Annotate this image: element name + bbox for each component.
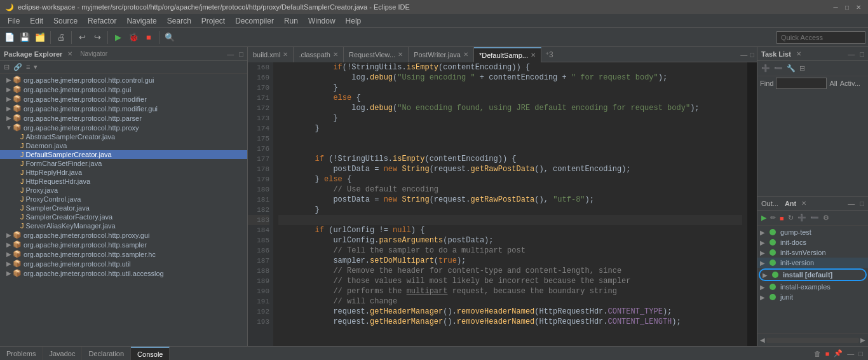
task-list-minimize-icon[interactable]: — [848,50,855,58]
console-pin-icon[interactable]: 📌 [832,349,844,358]
tree-item-defaultsampler[interactable]: J DefaultSamplerCreator.java [0,150,247,159]
tab-classpath[interactable]: .classpath ✕ [294,47,344,62]
menu-search[interactable]: Search [162,15,196,27]
collapse-all-task-icon[interactable]: ⊟ [798,64,806,73]
task-list-close-icon[interactable]: ✕ [796,50,801,57]
tab-defaultsamp[interactable]: *DefaultSamp... ✕ [474,47,541,62]
tree-item-proxy-pkg[interactable]: ▼ 📦 org.apache.jmeter.protocol.http.prox… [0,123,247,132]
tab-postwriter[interactable]: PostWriter.java ✕ [409,47,474,62]
tree-item-sampler-hc[interactable]: ▶ 📦 org.apache.jmeter.protocol.http.samp… [0,249,247,259]
tab-console[interactable]: Console [131,347,170,361]
navigator-tab[interactable]: Navigator [80,50,107,57]
ant-refresh-icon[interactable]: ↻ [787,213,795,223]
add-task-icon[interactable]: ➕ [760,64,771,73]
tree-item-proxy-gui[interactable]: ▶ 📦 org.apache.jmeter.protocol.http.prox… [0,230,247,240]
ant-remove-icon[interactable]: ➖ [809,213,820,223]
close-tab-icon[interactable]: ✕ [283,51,288,58]
new-button[interactable]: 📄 [3,31,17,45]
maximize-button[interactable]: □ [843,3,851,11]
tree-item-proxycontrol[interactable]: J ProxyControl.java [0,195,247,204]
view-menu-icon[interactable]: ▾ [32,62,39,72]
tab-requestview[interactable]: RequestView... ✕ [344,47,409,62]
redo-button[interactable]: ↪ [90,31,104,45]
menu-run[interactable]: Run [279,15,303,27]
code-content[interactable]: if(!StringUtils.isEmpty(contentEncoding)… [273,62,747,346]
ant-item-init-version[interactable]: ▶ init-version [757,258,868,268]
tree-item-util[interactable]: ▶ 📦 org.apache.jmeter.protocol.http.util [0,259,247,268]
menu-file[interactable]: File [3,15,25,27]
menu-decompiler[interactable]: Decompiler [230,15,279,27]
close-tab-icon[interactable]: ✕ [398,51,403,58]
tab-problems[interactable]: Problems [0,347,43,361]
tree-item-serveralias[interactable]: J ServerAliasKeyManager.java [0,221,247,230]
ant-item-gump-test[interactable]: ▶ gump-test [757,227,868,237]
console-minimize-icon[interactable]: — [846,349,855,358]
tree-item-gui[interactable]: ▶ 📦 org.apache.jmeter.protocol.http.gui [0,85,247,94]
tree-item-parser[interactable]: ▶ 📦 org.apache.jmeter.protocol.http.pars… [0,113,247,123]
ant-edit-icon[interactable]: ✏ [769,213,777,223]
console-maximize-icon[interactable]: □ [857,349,864,358]
outline-tab[interactable]: Out... [761,200,778,207]
tree-item-httprequesthdr[interactable]: J HttpRequestHdr.java [0,177,247,186]
console-stop-icon[interactable]: ■ [824,349,831,358]
menu-project[interactable]: Project [196,15,230,27]
console-clear-icon[interactable]: 🗑 [813,349,822,358]
ant-minimize-icon[interactable]: — [848,200,855,207]
ant-close-icon[interactable]: ✕ [801,200,806,207]
ant-scrollbar[interactable] [766,338,859,343]
ant-item-init-docs[interactable]: ▶ init-docs [757,237,868,247]
ant-config-icon[interactable]: ⚙ [822,213,831,223]
ant-maximize-icon[interactable]: □ [860,200,864,207]
tree-item-samplercreator-factory[interactable]: J SamplerCreatorFactory.java [0,212,247,221]
menu-refactor[interactable]: Refactor [83,15,121,27]
menu-help[interactable]: Help [341,15,367,27]
tree-item-modifier[interactable]: ▶ 📦 org.apache.jmeter.protocol.http.modi… [0,94,247,104]
menu-source[interactable]: Source [48,15,83,27]
ant-scroll-right[interactable]: ▶ [860,336,865,343]
tree-item-httpreplyhdr[interactable]: J HttpReplyHdr.java [0,168,247,177]
minimize-panel-icon[interactable]: — [227,50,234,58]
tree-item-sampler[interactable]: ▶ 📦 org.apache.jmeter.protocol.http.samp… [0,240,247,249]
search-toolbar-button[interactable]: 🔍 [163,31,177,45]
editor-maximize-icon[interactable]: □ [750,51,757,59]
collapse-all-icon[interactable]: ⊟ [3,62,11,72]
package-explorer-close-icon[interactable]: ✕ [67,50,72,57]
maximize-panel-icon[interactable]: □ [239,50,243,58]
print-button[interactable]: 🖨 [54,31,68,45]
tree-item-control-gui[interactable]: ▶ 📦 org.apache.jmeter.protocol.http.cont… [0,75,247,85]
close-tab-icon[interactable]: ✕ [463,51,468,58]
ant-add-icon[interactable]: ➕ [796,213,808,223]
ant-item-init-svnversion[interactable]: ▶ init-svnVersion [757,247,868,258]
ant-item-install-default[interactable]: ▶ install [default] [759,268,867,281]
filter-icon[interactable]: 🔧 [785,64,797,73]
menu-edit[interactable]: Edit [25,15,48,27]
tree-item-daemon[interactable]: J Daemon.java [0,141,247,150]
tree-item-samplercreator[interactable]: J SamplerCreator.java [0,204,247,212]
ant-stop-icon[interactable]: ■ [778,214,785,223]
tree-item-util-accesslog[interactable]: ▶ 📦 org.apache.jmeter.protocol.http.util… [0,268,247,278]
quick-access-input[interactable] [776,31,865,44]
tree-item-modifier-gui[interactable]: ▶ 📦 org.apache.jmeter.protocol.http.modi… [0,104,247,113]
menu-navigate[interactable]: Navigate [121,15,161,27]
find-input[interactable] [776,78,827,89]
close-button[interactable]: ✕ [854,3,863,11]
remove-task-icon[interactable]: ➖ [773,64,784,73]
tree-item-formcharset[interactable]: J FormCharSetFinder.java [0,159,247,168]
menu-icon[interactable]: ≡ [25,62,31,72]
link-with-editor-icon[interactable]: 🔗 [12,62,24,72]
close-tab-icon[interactable]: ✕ [333,51,338,58]
menu-window[interactable]: Window [303,15,341,27]
close-tab-icon[interactable]: ✕ [531,52,536,59]
tab-javadoc[interactable]: Javadoc [43,347,82,361]
ant-item-junit[interactable]: ▶ junit [757,292,868,302]
tab-build-xml[interactable]: build.xml ✕ [248,47,294,62]
ant-scroll-left[interactable]: ◀ [760,336,765,343]
ant-run-icon[interactable]: ▶ [760,213,768,223]
minimize-button[interactable]: ─ [831,3,840,11]
save-button[interactable]: 💾 [18,31,32,45]
stop-button[interactable]: ■ [142,31,156,45]
tab-overflow[interactable]: ⁺3 [541,50,557,59]
debug-button[interactable]: 🐞 [126,31,140,45]
tree-item-proxy[interactable]: J Proxy.java [0,186,247,195]
save-all-button[interactable]: 🗂️ [33,31,47,45]
